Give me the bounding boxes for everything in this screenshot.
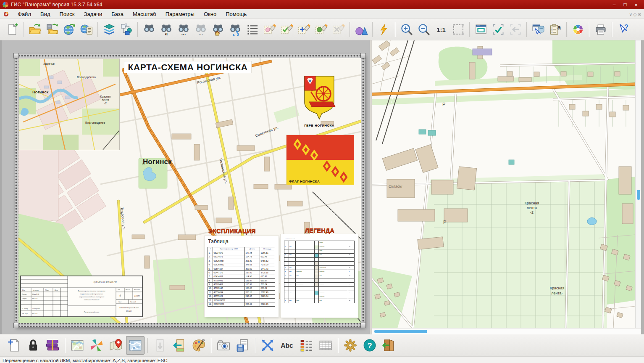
zoom-out-button[interactable]	[415, 21, 432, 38]
print-button[interactable]	[592, 21, 609, 38]
map-pin-icon	[109, 338, 123, 352]
shapes-3d-button[interactable]	[353, 21, 369, 38]
frame-handle-top-right[interactable]	[360, 53, 366, 58]
menu-item-8[interactable]: Окно	[199, 10, 221, 18]
open-globe-button[interactable]	[61, 21, 77, 38]
menu-close-icon[interactable]: ⊗	[638, 12, 641, 17]
zoom-in-button[interactable]	[398, 21, 415, 38]
check-frame-button[interactable]	[490, 21, 506, 38]
close-button[interactable]: ×	[631, 2, 641, 8]
menu-expand-icon[interactable]: ◇	[633, 12, 636, 17]
find-refresh-button[interactable]	[227, 21, 243, 38]
menu-item-1[interactable]: Файл	[13, 10, 36, 18]
svg-text:?: ?	[624, 23, 628, 31]
map-document-panel[interactable]: Рогожская ул. Советская ул. Тихвинская у…	[2, 40, 370, 334]
city-map[interactable]: Склады Р Р Красная лента -2 Красная лент…	[372, 40, 635, 328]
open-map-icon	[29, 23, 41, 36]
color-wheel-button[interactable]	[570, 21, 586, 38]
scale-1-1-button[interactable]: 1:1	[433, 21, 449, 38]
palette-button[interactable]	[189, 336, 208, 355]
maximize-button[interactable]: □	[620, 2, 631, 8]
find-dots-button[interactable]: …	[175, 21, 192, 38]
document-sheet[interactable]: Рогожская ул. Советская ул. Тихвинская у…	[18, 58, 361, 323]
map-pin-button[interactable]	[107, 336, 125, 355]
menu-item-7[interactable]: Параметры	[161, 10, 199, 18]
select-add-button[interactable]	[296, 21, 312, 38]
frame-handle-bottom-right[interactable]	[360, 323, 366, 328]
document-frame[interactable]: Рогожская ул. Советская ул. Тихвинская у…	[15, 54, 365, 327]
map-panel[interactable]: Склады Р Р Красная лента -2 Красная лент…	[372, 40, 635, 328]
select-ok-button[interactable]	[279, 21, 295, 38]
sheet-back-button[interactable]	[170, 336, 189, 355]
map-view-button[interactable]	[68, 336, 87, 355]
legend-cell	[289, 295, 296, 299]
legend-list-button[interactable]	[297, 336, 315, 355]
compass-button[interactable]	[87, 336, 106, 355]
sheet-new-button[interactable]	[5, 336, 23, 355]
legend-cell	[284, 286, 289, 291]
table-cell: 63214579	[213, 251, 245, 255]
find-name-button[interactable]: a	[158, 21, 174, 38]
move-arrows-button[interactable]	[258, 336, 277, 355]
select-area-button[interactable]	[261, 21, 278, 38]
menu-collapse-icon[interactable]: ∨	[629, 12, 632, 17]
table-cell: 114.90	[245, 275, 260, 278]
layers-button[interactable]	[101, 21, 117, 38]
minimize-button[interactable]: –	[609, 2, 620, 8]
find-house-button[interactable]	[210, 21, 226, 38]
horizontal-scrollbar-thumb[interactable]	[374, 330, 427, 333]
marquee-button[interactable]	[450, 21, 466, 38]
globe-report-button[interactable]	[78, 21, 95, 38]
legend-cell	[289, 286, 296, 291]
legend-caption: ············:	[285, 237, 355, 239]
gear-button[interactable]	[341, 336, 360, 355]
menu-item-6[interactable]: Масштаб	[128, 10, 161, 18]
list-button[interactable]	[244, 21, 260, 38]
legend-swatch	[314, 257, 319, 262]
vertical-scrollbar-thumb[interactable]	[637, 190, 640, 200]
sheet-import-button	[151, 336, 169, 355]
find-button[interactable]	[141, 21, 157, 38]
fit-window-button[interactable]	[473, 21, 489, 38]
open-data-button[interactable]	[44, 21, 60, 38]
abc-button[interactable]: Abc	[278, 336, 296, 355]
svg-text:№ докум.: № докум.	[33, 289, 39, 291]
attributes-button[interactable]: a	[547, 21, 563, 38]
work-area: Рогожская ул. Советская ул. Тихвинская у…	[0, 40, 644, 334]
books-button[interactable]	[43, 336, 62, 355]
help-circle-button[interactable]: ?	[360, 336, 379, 355]
horizontal-scrollbar[interactable]	[372, 328, 641, 334]
menu-item-3[interactable]: Поиск	[55, 10, 79, 18]
move-arrows-icon	[260, 338, 275, 352]
frame-handle-bottom-left[interactable]	[13, 323, 19, 328]
new-document-button[interactable]	[4, 21, 20, 38]
lock-button[interactable]	[24, 336, 42, 355]
toolbar-separator	[395, 22, 395, 37]
camera-icon	[216, 338, 231, 352]
exit-door-button[interactable]	[380, 336, 398, 355]
layers-icon	[103, 23, 116, 36]
open-map-button[interactable]	[26, 21, 43, 38]
inset-overview-map[interactable]: Заречье Володарского Ногинск Красная лен…	[19, 59, 119, 150]
table-cell: 625.91	[260, 275, 275, 278]
sheet-save-button[interactable]	[234, 336, 252, 355]
select-green-button[interactable]	[313, 21, 329, 38]
menu-item-2[interactable]: Вид	[36, 10, 55, 18]
vertical-scrollbar[interactable]	[635, 40, 641, 328]
map-blue-button[interactable]	[126, 336, 145, 355]
menu-item-4[interactable]: Задачи	[79, 10, 107, 18]
structure-button[interactable]	[118, 21, 134, 38]
lightning-button[interactable]	[376, 21, 392, 38]
legend-cell: ••	[348, 282, 355, 286]
cursor-db-button[interactable]	[530, 21, 546, 38]
coat-of-arms: ГЕРБ НОГИНСКА	[297, 75, 341, 127]
menu-item-9[interactable]: Помощь	[221, 10, 251, 18]
document-title: КАРТА-СХЕМА НОГИНСКА	[124, 61, 251, 73]
camera-button[interactable]	[214, 336, 233, 355]
menu-item-5[interactable]: База	[107, 10, 128, 18]
fit-window-icon	[475, 23, 487, 36]
table-grid-button[interactable]	[316, 336, 335, 355]
help-cursor-button[interactable]: ?	[615, 21, 631, 38]
svg-text:лента: лента	[102, 98, 109, 101]
svg-text:Соглас.: Соглас.	[22, 294, 27, 295]
